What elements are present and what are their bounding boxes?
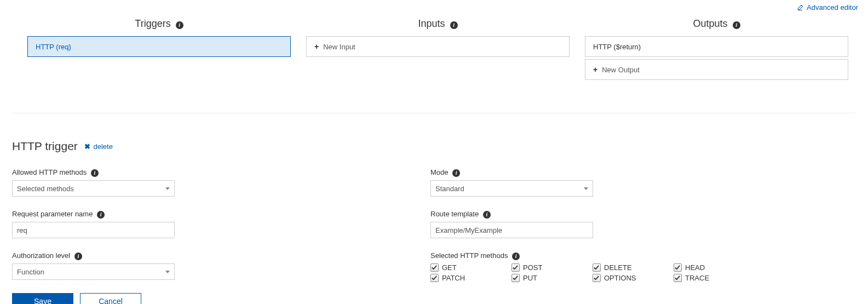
checkmark-icon <box>674 274 682 282</box>
info-icon[interactable] <box>450 21 458 29</box>
checkmark-icon <box>674 263 682 272</box>
method-put-checkbox[interactable]: PUT <box>511 274 593 282</box>
checkmark-icon <box>511 263 520 272</box>
triggers-title: Triggers <box>135 18 170 29</box>
delete-label: delete <box>93 142 112 151</box>
triggers-column: Triggers HTTP (req) <box>12 18 298 82</box>
trigger-item-http[interactable]: HTTP (req) <box>27 36 291 57</box>
method-label: HEAD <box>685 263 705 272</box>
chevron-down-icon <box>165 187 170 190</box>
info-icon[interactable] <box>483 211 491 219</box>
param-name-label: Request parameter name <box>12 210 93 218</box>
checkmark-icon <box>593 263 601 272</box>
save-label: Save <box>34 297 51 304</box>
add-output-button[interactable]: + New Output <box>585 59 848 80</box>
allowed-methods-label: Allowed HTTP methods <box>12 168 87 176</box>
save-button[interactable]: Save <box>12 293 73 304</box>
info-icon[interactable] <box>512 253 520 260</box>
info-icon[interactable] <box>733 21 740 29</box>
outputs-title: Outputs <box>693 18 727 29</box>
method-label: GET <box>442 263 457 272</box>
method-label: TRACE <box>685 274 709 282</box>
mode-value: Standard <box>435 185 464 193</box>
info-icon[interactable] <box>91 169 99 177</box>
cancel-label: Cancel <box>99 297 123 304</box>
detail-title: HTTP trigger <box>12 140 78 153</box>
param-name-input[interactable] <box>12 222 175 238</box>
route-input[interactable] <box>430 222 593 238</box>
edit-icon <box>797 4 803 11</box>
close-icon: ✖ <box>84 142 90 151</box>
outputs-column: Outputs HTTP ($return) + New Output <box>577 18 856 82</box>
method-post-checkbox[interactable]: POST <box>511 263 593 272</box>
inputs-column: Inputs + New Input <box>298 18 577 82</box>
chevron-down-icon <box>165 271 170 273</box>
method-options-checkbox[interactable]: OPTIONS <box>593 274 674 282</box>
output-item-http[interactable]: HTTP ($return) <box>585 36 848 57</box>
auth-level-value: Function <box>17 268 44 276</box>
delete-trigger-link[interactable]: ✖ delete <box>84 142 113 151</box>
method-trace-checkbox[interactable]: TRACE <box>674 274 755 282</box>
plus-icon: + <box>314 42 319 51</box>
checkmark-icon <box>430 274 439 282</box>
info-icon[interactable] <box>176 21 183 29</box>
checkmark-icon <box>511 274 520 282</box>
selected-methods-label: Selected HTTP methods <box>430 251 508 260</box>
auth-level-select[interactable]: Function <box>12 263 175 280</box>
checkmark-icon <box>430 263 439 272</box>
method-label: PATCH <box>442 274 465 282</box>
info-icon[interactable] <box>74 253 82 260</box>
method-label: POST <box>523 263 542 272</box>
method-delete-checkbox[interactable]: DELETE <box>593 263 674 272</box>
advanced-editor-label: Advanced editor <box>807 3 858 12</box>
checkmark-icon <box>593 274 601 282</box>
info-icon[interactable] <box>452 169 460 177</box>
add-output-label: New Output <box>602 66 640 74</box>
info-icon[interactable] <box>97 211 105 219</box>
method-get-checkbox[interactable]: GET <box>430 263 511 272</box>
allowed-methods-value: Selected methods <box>17 185 74 193</box>
add-input-button[interactable]: + New Input <box>306 36 570 57</box>
mode-select[interactable]: Standard <box>430 180 593 197</box>
route-label: Route template <box>430 210 479 218</box>
auth-level-label: Authorization level <box>12 251 70 260</box>
method-label: OPTIONS <box>604 274 636 282</box>
trigger-item-label: HTTP (req) <box>36 43 71 51</box>
chevron-down-icon <box>584 187 588 190</box>
mode-label: Mode <box>430 168 449 176</box>
inputs-title: Inputs <box>418 18 445 29</box>
plus-icon: + <box>593 65 597 74</box>
allowed-methods-select[interactable]: Selected methods <box>12 180 175 197</box>
method-label: DELETE <box>604 263 632 272</box>
output-item-label: HTTP ($return) <box>593 43 641 51</box>
advanced-editor-link[interactable]: Advanced editor <box>797 3 858 12</box>
method-patch-checkbox[interactable]: PATCH <box>430 274 511 282</box>
cancel-button[interactable]: Cancel <box>80 293 141 304</box>
method-head-checkbox[interactable]: HEAD <box>674 263 755 272</box>
add-input-label: New Input <box>323 43 355 51</box>
method-label: PUT <box>523 274 537 282</box>
